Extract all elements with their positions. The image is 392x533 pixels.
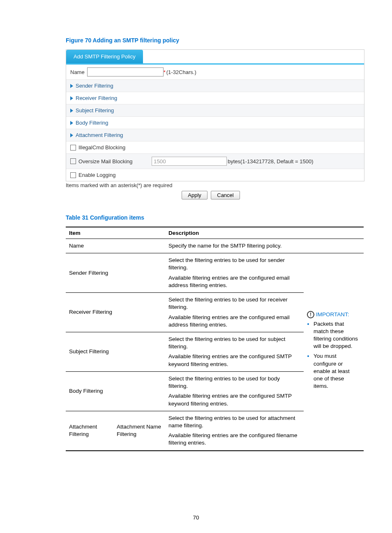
row-subject-filtering[interactable]: Subject Filtering bbox=[66, 104, 364, 117]
exclamation-icon: ! bbox=[307, 311, 314, 318]
required-footnote: Items marked with an asterisk(*) are req… bbox=[66, 182, 356, 188]
illegalcmd-checkbox[interactable] bbox=[70, 145, 76, 151]
row-sender-filtering[interactable]: Sender Filtering bbox=[66, 80, 364, 92]
oversize-input[interactable] bbox=[152, 157, 227, 166]
configuration-table: Item Description Name Specify the name f… bbox=[66, 227, 364, 451]
row-attachment-filtering[interactable]: Attachment Filtering bbox=[66, 129, 364, 141]
col-item: Item bbox=[66, 227, 165, 239]
oversize-checkbox[interactable] bbox=[70, 158, 76, 164]
logging-checkbox[interactable] bbox=[70, 172, 76, 178]
chevron-right-icon bbox=[70, 84, 73, 88]
table-row: Name Specify the name for the SMTP filte… bbox=[66, 239, 364, 253]
button-row: Apply Cancel bbox=[66, 191, 356, 199]
page-number: 70 bbox=[0, 514, 392, 521]
cancel-button[interactable]: Cancel bbox=[211, 191, 240, 199]
chevron-right-icon bbox=[70, 133, 73, 137]
smtp-filtering-form: Add SMTP Filtering Policy Name *(1-32Cha… bbox=[66, 49, 364, 181]
chevron-right-icon bbox=[70, 121, 73, 125]
important-note: ! IMPORTANT: Packets that match these fi… bbox=[304, 253, 364, 451]
name-input[interactable] bbox=[87, 67, 164, 76]
row-enable-logging: Enable Logging bbox=[66, 169, 364, 181]
required-star: * bbox=[164, 69, 166, 75]
row-name: Name *(1-32Chars.) bbox=[66, 65, 364, 80]
figure-caption: Figure 70 Adding an SMTP filtering polic… bbox=[66, 37, 356, 44]
oversize-hint: bytes(1-134217728, Default = 1500) bbox=[228, 158, 314, 165]
row-oversize-blocking: Oversize Mail Blocking bytes(1-134217728… bbox=[66, 154, 364, 169]
chevron-right-icon bbox=[70, 109, 73, 113]
apply-button[interactable]: Apply bbox=[182, 191, 208, 199]
row-illegalcmd-blocking: IllegalCmd Blocking bbox=[66, 141, 364, 154]
row-receiver-filtering[interactable]: Receiver Filtering bbox=[66, 92, 364, 104]
tab-strip: Add SMTP Filtering Policy bbox=[66, 49, 364, 65]
tab-add-policy[interactable]: Add SMTP Filtering Policy bbox=[66, 50, 143, 63]
name-label: Name bbox=[70, 69, 85, 75]
chevron-right-icon bbox=[70, 96, 73, 100]
col-description: Description bbox=[165, 227, 304, 239]
row-body-filtering[interactable]: Body Filtering bbox=[66, 117, 364, 129]
table-caption: Table 31 Configuration items bbox=[66, 214, 356, 221]
table-row: Sender Filtering Select the filtering en… bbox=[66, 253, 364, 293]
name-hint: (1-32Chars.) bbox=[166, 69, 196, 75]
